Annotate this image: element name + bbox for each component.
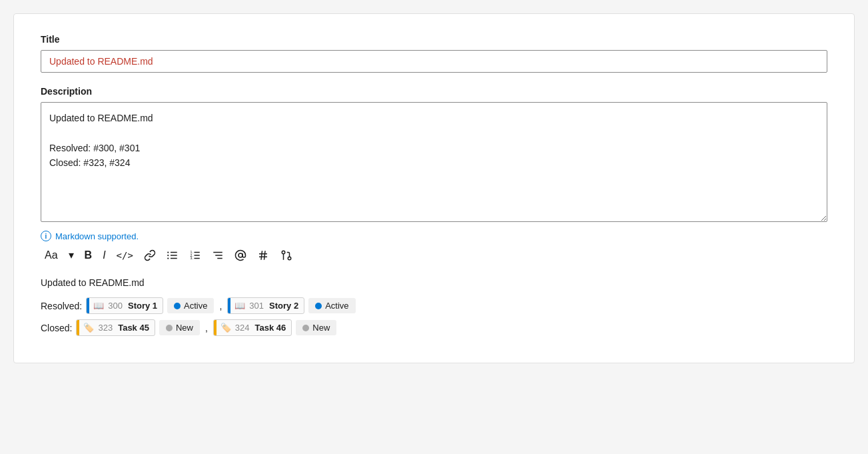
title-label: Title xyxy=(41,34,827,45)
description-label: Description xyxy=(41,86,827,97)
work-item-301[interactable]: 📖 301 Story 2 xyxy=(227,297,304,314)
hashtag-button[interactable] xyxy=(253,247,273,264)
svg-point-20 xyxy=(288,257,291,260)
ordered-list-button[interactable]: 1. 2. 3. xyxy=(185,247,205,264)
code-button[interactable]: </> xyxy=(113,248,137,263)
svg-point-5 xyxy=(167,257,169,259)
svg-point-21 xyxy=(282,251,285,254)
chip-id-300: 300 xyxy=(108,298,125,313)
unordered-list-button[interactable] xyxy=(163,247,183,264)
markdown-note-text: Markdown supported. xyxy=(55,231,139,241)
status-text-301: Active xyxy=(325,301,348,311)
svg-point-3 xyxy=(167,251,169,253)
story-icon-300: 📖 xyxy=(89,298,108,313)
task-icon-324: 🏷️ xyxy=(217,320,235,335)
status-dot-301 xyxy=(315,303,322,309)
main-container: Title Description Updated to README.md R… xyxy=(13,13,855,363)
comma-2: , xyxy=(205,323,208,333)
description-textarea[interactable]: Updated to README.md Resolved: #300, #30… xyxy=(41,102,827,222)
resolved-label: Resolved: xyxy=(41,301,82,311)
indent-list-button[interactable] xyxy=(208,247,228,264)
task-icon-323: 🏷️ xyxy=(79,320,98,335)
svg-point-4 xyxy=(167,255,169,256)
status-chip-300: Active xyxy=(167,298,214,313)
closed-label: Closed: xyxy=(41,323,72,333)
status-badge-324: New xyxy=(296,320,336,335)
comma-1: , xyxy=(219,301,222,311)
chip-id-324: 324 xyxy=(235,320,252,335)
chip-name-300: Story 1 xyxy=(125,298,163,313)
status-text-324: New xyxy=(312,323,330,333)
story-icon-301: 📖 xyxy=(230,298,249,313)
indent-list-icon xyxy=(212,249,224,261)
format-text-button[interactable]: Aa xyxy=(41,247,62,263)
work-item-324[interactable]: 🏷️ 324 Task 46 xyxy=(213,319,292,336)
closed-section: Closed: 🏷️ 323 Task 45 New , 🏷️ 324 Task… xyxy=(41,319,827,336)
unordered-list-icon xyxy=(167,249,179,261)
svg-line-18 xyxy=(261,251,262,260)
status-badge-301: Active xyxy=(308,298,355,313)
resolved-section: Resolved: 📖 300 Story 1 Active , 📖 301 S… xyxy=(41,297,827,314)
title-input[interactable] xyxy=(41,50,827,73)
status-badge-300: Active xyxy=(167,298,214,313)
chevron-down-icon: ▾ xyxy=(69,250,74,261)
work-item-323[interactable]: 🏷️ 323 Task 45 xyxy=(76,319,155,336)
chevron-button[interactable]: ▾ xyxy=(65,247,78,263)
status-text-300: Active xyxy=(184,301,207,311)
markdown-note: i Markdown supported. xyxy=(41,231,827,241)
link-button[interactable] xyxy=(140,247,160,264)
status-chip-324: New xyxy=(296,320,336,335)
status-chip-301: Active xyxy=(308,298,355,313)
chip-name-324: Task 46 xyxy=(252,320,292,335)
chip-id-323: 323 xyxy=(98,320,115,335)
svg-line-19 xyxy=(264,251,265,260)
svg-text:3.: 3. xyxy=(190,256,193,260)
bold-button[interactable]: B xyxy=(81,247,97,263)
mention-button[interactable] xyxy=(230,247,250,264)
work-item-300[interactable]: 📖 300 Story 1 xyxy=(86,297,163,314)
status-text-323: New xyxy=(176,323,193,333)
pr-button[interactable] xyxy=(276,247,297,264)
chip-name-323: Task 45 xyxy=(115,320,155,335)
mention-icon xyxy=(234,249,246,261)
preview-title: Updated to README.md xyxy=(41,277,827,288)
status-chip-323: New xyxy=(159,320,200,335)
italic-button[interactable]: I xyxy=(99,247,109,263)
status-dot-300 xyxy=(174,303,181,309)
hashtag-icon xyxy=(257,249,269,261)
ordered-list-icon: 1. 2. 3. xyxy=(189,249,201,261)
status-dot-324 xyxy=(302,325,309,331)
pr-icon xyxy=(280,249,293,261)
link-icon xyxy=(144,249,156,261)
chip-id-301: 301 xyxy=(249,298,266,313)
formatting-toolbar: Aa ▾ B I </> 1. xyxy=(41,247,827,264)
chip-name-301: Story 2 xyxy=(266,298,304,313)
status-badge-323: New xyxy=(159,320,200,335)
svg-point-15 xyxy=(238,253,242,257)
info-icon: i xyxy=(41,231,51,241)
status-dot-323 xyxy=(166,325,173,331)
